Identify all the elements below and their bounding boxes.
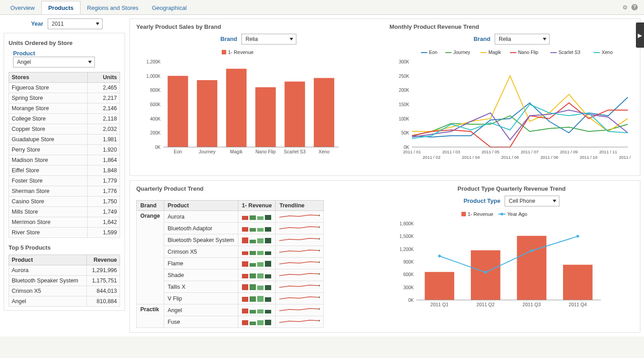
svg-text:Nano Flip: Nano Flip xyxy=(518,49,538,55)
svg-text:2011 / 06: 2011 / 06 xyxy=(501,155,519,160)
tab-products[interactable]: Products xyxy=(41,1,80,14)
table-row[interactable]: Bluetooth Adaptor xyxy=(137,223,324,234)
tab-overview[interactable]: Overview xyxy=(4,1,41,14)
units-ordered-title: Units Ordered by Store xyxy=(9,40,120,46)
chart-title: Product Type Quarterly Revenue Trend xyxy=(389,185,634,192)
svg-text:2011 / 09: 2011 / 09 xyxy=(560,149,578,154)
product-value: Angel xyxy=(17,59,31,65)
th-stores[interactable]: Stores xyxy=(9,72,88,83)
svg-text:2011 / 05: 2011 / 05 xyxy=(482,149,500,154)
svg-text:2011 / 11: 2011 / 11 xyxy=(599,149,617,154)
table-row[interactable]: Aurora1,291,996 xyxy=(9,265,120,276)
table-row[interactable]: Spring Store2,217 xyxy=(9,93,120,103)
brand-value: Relia xyxy=(246,36,258,42)
chevron-down-icon xyxy=(88,61,92,63)
table-row[interactable]: Guadalupe Store1,981 xyxy=(9,134,120,145)
svg-text:1- Revenue: 1- Revenue xyxy=(228,49,254,55)
year-filter-row: Year 2011 xyxy=(4,18,125,29)
table-row[interactable]: Bluetooth Speaker System xyxy=(137,234,324,246)
svg-point-62 xyxy=(319,308,320,310)
th-brand[interactable]: Brand xyxy=(137,201,164,211)
svg-text:2011 / 03: 2011 / 03 xyxy=(442,149,460,154)
svg-point-57 xyxy=(319,250,320,251)
yearly-brand-chart: Yearly Product Sales by Brand Brand Reli… xyxy=(136,23,380,171)
th-units[interactable]: Units xyxy=(87,72,120,83)
svg-rect-13 xyxy=(226,69,247,147)
th-product[interactable]: Product xyxy=(9,255,87,265)
table-row[interactable]: Flame xyxy=(137,258,324,269)
table-row[interactable]: College Store2,118 xyxy=(9,114,120,124)
tab-geographical[interactable]: Geographical xyxy=(145,1,193,14)
th-product[interactable]: Product xyxy=(164,201,238,211)
svg-text:200K: 200K xyxy=(150,130,161,135)
svg-text:2011 Q4: 2011 Q4 xyxy=(569,302,587,307)
table-row[interactable]: Perry Store1,920 xyxy=(9,145,120,155)
svg-text:600K: 600K xyxy=(150,102,161,107)
svg-text:2011 / 08: 2011 / 08 xyxy=(541,155,559,160)
chart-title: Quarterly Product Trend xyxy=(136,185,380,192)
table-row[interactable]: Figueroa Store2,465 xyxy=(9,83,120,93)
svg-rect-82 xyxy=(563,265,593,300)
brand-select-1[interactable]: Relia xyxy=(242,34,296,45)
year-select[interactable]: 2011 xyxy=(48,18,103,29)
svg-text:2011 Q3: 2011 Q3 xyxy=(523,302,541,307)
help-icon[interactable]: ? xyxy=(631,4,638,10)
svg-point-55 xyxy=(319,226,320,228)
table-row[interactable]: Fuse xyxy=(137,316,324,328)
table-row[interactable]: River Store1,599 xyxy=(9,228,120,238)
svg-text:1,500K: 1,500K xyxy=(399,234,414,239)
svg-rect-76 xyxy=(425,272,454,300)
table-row[interactable]: Mills Store1,749 xyxy=(9,207,120,217)
year-label: Year xyxy=(31,20,43,27)
brand-label: Brand xyxy=(220,36,237,42)
th-revenue[interactable]: Revenue xyxy=(87,255,120,265)
table-row[interactable]: Tallis X xyxy=(137,281,324,293)
table-row[interactable]: Madison Store1,864 xyxy=(9,155,120,166)
svg-rect-15 xyxy=(255,87,276,147)
table-row[interactable]: Bluetooth Speaker System1,175,751 xyxy=(9,276,120,286)
table-row[interactable]: Crimson X5 xyxy=(137,246,324,258)
ptype-select[interactable]: Cell Phone xyxy=(505,196,559,206)
table-row[interactable]: PractikAngel xyxy=(137,304,324,316)
svg-text:Eon: Eon xyxy=(429,49,438,55)
table-row[interactable]: Shade xyxy=(137,269,324,281)
table-row[interactable]: Foster Store1,779 xyxy=(9,176,120,186)
ptype-label: Product Type xyxy=(464,197,501,204)
side-drawer-handle[interactable]: ▶ xyxy=(636,22,644,48)
gear-icon[interactable]: ⚙ xyxy=(622,4,628,11)
svg-text:50K: 50K xyxy=(401,130,409,135)
svg-rect-17 xyxy=(285,81,305,147)
svg-rect-11 xyxy=(197,80,218,147)
table-row[interactable]: Merrimon Store1,642 xyxy=(9,217,120,228)
product-select[interactable]: Angel xyxy=(13,57,95,67)
stores-table: Stores Units Figueroa Store2,465Spring S… xyxy=(9,72,120,238)
svg-point-84 xyxy=(438,255,441,257)
table-row[interactable]: Angel810,884 xyxy=(9,296,120,307)
svg-text:Year Ago: Year Ago xyxy=(507,211,527,217)
table-row[interactable]: Crimson X5844,013 xyxy=(9,286,120,296)
th-trendline[interactable]: Trendline xyxy=(276,201,324,211)
th-revenue[interactable]: 1- Revenue xyxy=(238,201,276,211)
ptype-value: Cell Phone xyxy=(509,198,535,204)
svg-text:900K: 900K xyxy=(403,260,414,264)
brand-select-2[interactable]: Relia xyxy=(495,34,550,45)
svg-point-63 xyxy=(319,320,320,322)
table-row[interactable]: V Flip xyxy=(137,293,324,304)
tab-regions[interactable]: Regions and Stores xyxy=(80,1,145,14)
units-ordered-panel: Units Ordered by Store Product Angel Sto… xyxy=(4,33,125,311)
table-row[interactable]: Sherman Store1,776 xyxy=(9,186,120,197)
svg-text:100K: 100K xyxy=(399,116,410,121)
table-row[interactable]: Morange Store2,146 xyxy=(9,103,120,114)
svg-text:1,000K: 1,000K xyxy=(146,74,161,79)
table-row[interactable]: OrangeAurora xyxy=(137,211,324,223)
svg-rect-78 xyxy=(471,251,501,300)
svg-text:1- Revenue: 1- Revenue xyxy=(468,211,493,217)
svg-text:Xeno: Xeno xyxy=(318,149,330,154)
svg-text:Scarlet S3: Scarlet S3 xyxy=(559,49,581,55)
table-row[interactable]: Eiffel Store1,848 xyxy=(9,166,120,176)
table-row[interactable]: Casino Store1,750 xyxy=(9,197,120,207)
ptype-quarterly-chart: Product Type Quarterly Revenue Trend Pro… xyxy=(389,185,634,328)
table-row[interactable]: Copper Store2,032 xyxy=(9,124,120,134)
top-tabs: Overview Products Regions and Stores Geo… xyxy=(0,0,644,15)
svg-text:2011 / 10: 2011 / 10 xyxy=(580,155,598,160)
